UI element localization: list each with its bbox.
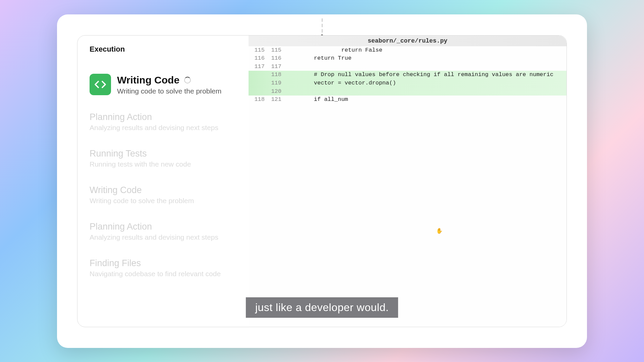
code-text <box>287 87 300 96</box>
code-text: if all_num <box>287 96 348 104</box>
code-line: 115115 return False <box>249 46 567 55</box>
code-text: return True <box>287 54 352 63</box>
hand-cursor-icon: ✋ <box>436 228 443 234</box>
step-subtitle: Analyzing results and devising next step… <box>90 124 218 132</box>
step-planning-action: Planning Action Analyzing results and de… <box>90 111 236 132</box>
code-line: 119 vector = vector.dropna() <box>249 79 567 87</box>
section-title: Execution <box>90 45 236 54</box>
code-text: vector = vector.dropna() <box>287 79 396 87</box>
code-panel: seaborn/_core/rules.py 115115 return Fal… <box>249 36 567 327</box>
old-line-number: 115 <box>251 46 268 55</box>
code-text: return False <box>287 46 382 55</box>
step-planning-action-2: Planning Action Analyzing results and de… <box>90 221 236 241</box>
code-text: # Drop null values before checking if al… <box>287 71 553 79</box>
step-title: Writing Code <box>90 185 194 195</box>
code-line: 120 <box>249 87 567 96</box>
step-running-tests: Running Tests Running tests with the new… <box>90 148 236 168</box>
new-line-number: 117 <box>268 63 285 71</box>
step-subtitle: Writing code to solve the problem <box>117 87 221 95</box>
old-line-number <box>251 71 268 79</box>
old-line-number: 116 <box>251 54 268 63</box>
step-writing-code: Writing Code Writing code to solve the p… <box>90 184 236 205</box>
code-diff: 115115 return False116116 return True117… <box>249 46 567 104</box>
code-line: 117117 <box>249 63 567 71</box>
loading-spinner-icon <box>184 77 191 83</box>
steps-panel: Execution Writing Code Writing code to s… <box>77 36 249 327</box>
new-line-number: 116 <box>268 54 285 63</box>
step-title: Running Tests <box>90 148 191 159</box>
new-line-number: 120 <box>268 87 285 96</box>
step-title: Planning Action <box>90 222 218 232</box>
old-line-number: 118 <box>251 96 268 104</box>
old-line-number <box>251 87 268 96</box>
caption: just like a developer would. <box>246 297 398 318</box>
code-text <box>287 63 300 71</box>
app-window: Execution Writing Code Writing code to s… <box>57 14 587 348</box>
code-line: 116116 return True <box>249 54 567 63</box>
step-writing-code-active: Writing Code Writing code to solve the p… <box>90 74 236 95</box>
file-path: seaborn/_core/rules.py <box>249 36 567 46</box>
step-subtitle: Running tests with the new code <box>90 160 191 168</box>
code-line: 118 # Drop null values before checking i… <box>249 71 567 79</box>
new-line-number: 115 <box>268 46 285 55</box>
old-line-number <box>251 79 268 87</box>
new-line-number: 121 <box>268 96 285 104</box>
code-icon <box>90 74 111 95</box>
step-subtitle: Writing code to solve the problem <box>90 197 194 205</box>
step-title: Planning Action <box>90 112 218 122</box>
main-panel: Execution Writing Code Writing code to s… <box>77 35 567 327</box>
step-finding-files: Finding Files Navigating codebase to fin… <box>90 257 236 278</box>
new-line-number: 119 <box>268 79 285 87</box>
step-title: Finding Files <box>90 258 221 268</box>
new-line-number: 118 <box>268 71 285 79</box>
step-title: Writing Code <box>117 74 179 86</box>
old-line-number: 117 <box>251 63 268 71</box>
code-line: 118121 if all_num <box>249 96 567 104</box>
drag-indicator <box>321 18 323 37</box>
step-subtitle: Navigating codebase to find relevant cod… <box>90 270 221 278</box>
step-subtitle: Analyzing results and devising next step… <box>90 233 218 241</box>
